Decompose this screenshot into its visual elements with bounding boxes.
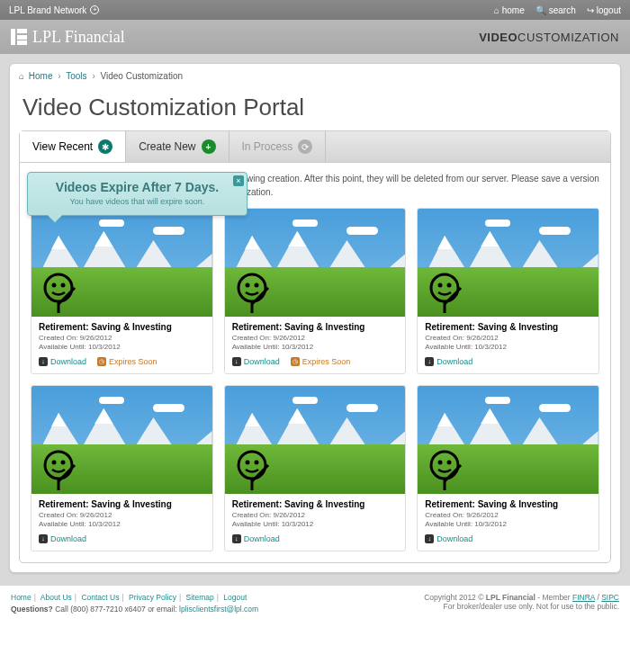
logo[interactable]: LPL Financial bbox=[11, 28, 125, 47]
download-icon: ↓ bbox=[39, 357, 48, 366]
download-button[interactable]: ↓Download bbox=[39, 534, 86, 543]
disclaimer: For broker/dealer use only. Not for use … bbox=[424, 602, 619, 611]
download-icon: ↓ bbox=[425, 534, 434, 543]
svg-point-12 bbox=[245, 283, 249, 288]
tab-view-recent[interactable]: View Recent ✱ bbox=[20, 131, 126, 162]
video-title: Retirement: Saving & Investing bbox=[39, 499, 205, 509]
video-title: Retirement: Saving & Investing bbox=[425, 499, 591, 509]
video-thumbnail[interactable] bbox=[225, 386, 406, 494]
svg-point-44 bbox=[438, 460, 443, 464]
video-title: Retirement: Saving & Investing bbox=[232, 322, 399, 332]
svg-marker-41 bbox=[437, 413, 452, 426]
footer-email[interactable]: lplisclientsfirst@lpl.com bbox=[179, 605, 258, 614]
tab-create-new[interactable]: Create New + bbox=[126, 131, 229, 162]
chevron-right-icon: › bbox=[58, 71, 60, 81]
video-title: Retirement: Saving & Investing bbox=[39, 322, 205, 332]
video-title: Retirement: Saving & Investing bbox=[232, 499, 399, 509]
plus-icon: + bbox=[90, 5, 99, 14]
download-icon: ↓ bbox=[232, 534, 241, 543]
video-meta: Created On: 9/26/2012Available Until: 10… bbox=[425, 334, 591, 353]
section-title: VIDEOCUSTOMIZATION bbox=[479, 31, 619, 44]
video-card: Retirement: Saving & Investing Created O… bbox=[224, 385, 407, 551]
video-thumbnail[interactable] bbox=[32, 209, 212, 317]
footer-about[interactable]: About Us bbox=[40, 593, 72, 602]
svg-point-35 bbox=[238, 452, 266, 479]
svg-point-5 bbox=[61, 283, 66, 288]
download-button[interactable]: ↓Download bbox=[425, 534, 472, 543]
chevron-right-icon: › bbox=[92, 71, 94, 81]
footer-left: Home| About Us| Contact Us| Privacy Poli… bbox=[11, 593, 258, 614]
video-card: Retirement: Saving & Investing Created O… bbox=[224, 208, 407, 374]
logout-link[interactable]: ↪logout bbox=[587, 5, 621, 15]
questions-label: Questions? bbox=[11, 605, 53, 614]
svg-marker-9 bbox=[245, 236, 259, 249]
breadcrumb: ⌂ Home › Tools › Video Customization bbox=[10, 64, 620, 88]
footer-privacy[interactable]: Privacy Policy bbox=[129, 593, 176, 602]
footer-logout[interactable]: Logout bbox=[223, 593, 247, 602]
tooltip-title: Videos Expire After 7 Days. bbox=[37, 180, 238, 194]
sipc-link[interactable]: SIPC bbox=[601, 593, 619, 602]
expires-badge: ◷Expires Soon bbox=[97, 357, 158, 366]
breadcrumb-current: Video Customization bbox=[101, 71, 184, 81]
plus-icon: + bbox=[202, 139, 216, 154]
svg-marker-17 bbox=[437, 236, 452, 249]
svg-marker-25 bbox=[51, 413, 66, 426]
topbar-links: ⌂home 🔍search ↪logout bbox=[494, 5, 621, 15]
clock-icon: ◷ bbox=[291, 357, 300, 366]
video-card: Retirement: Saving & Investing Created O… bbox=[31, 385, 213, 551]
tab-container: View Recent ✱ Create New + In Process ⟳ … bbox=[19, 130, 611, 563]
svg-marker-33 bbox=[245, 413, 259, 426]
video-meta: Created On: 9/26/2012Available Until: 10… bbox=[425, 511, 591, 530]
svg-point-29 bbox=[61, 460, 66, 464]
video-thumbnail[interactable] bbox=[418, 386, 598, 494]
svg-point-36 bbox=[245, 460, 249, 464]
svg-line-7 bbox=[58, 288, 75, 304]
tabs: View Recent ✱ Create New + In Process ⟳ bbox=[20, 131, 610, 163]
breadcrumb-tools[interactable]: Tools bbox=[66, 71, 86, 81]
network-switcher[interactable]: LPL Brand Network + bbox=[9, 5, 99, 15]
footer-contact[interactable]: Contact Us bbox=[81, 593, 119, 602]
svg-marker-10 bbox=[288, 231, 306, 246]
svg-line-39 bbox=[252, 465, 268, 481]
svg-point-19 bbox=[431, 274, 458, 301]
download-button[interactable]: ↓Download bbox=[425, 357, 472, 366]
video-card: Retirement: Saving & Investing Created O… bbox=[417, 208, 599, 374]
svg-marker-26 bbox=[94, 408, 112, 424]
download-icon: ↓ bbox=[425, 357, 434, 366]
svg-marker-42 bbox=[482, 408, 500, 424]
breadcrumb-home[interactable]: Home bbox=[29, 71, 53, 81]
header: LPL Financial VIDEOCUSTOMIZATION bbox=[0, 20, 630, 54]
video-thumbnail[interactable] bbox=[418, 209, 598, 317]
tab-in-process[interactable]: In Process ⟳ bbox=[230, 131, 327, 162]
footer-home[interactable]: Home bbox=[11, 593, 32, 602]
finra-link[interactable]: FINRA bbox=[572, 593, 595, 602]
tooltip-body: You have videos that will expire soon. bbox=[37, 197, 238, 206]
search-link[interactable]: 🔍search bbox=[536, 5, 576, 15]
video-meta: Created On: 9/26/2012Available Until: 10… bbox=[39, 511, 205, 530]
download-button[interactable]: ↓Download bbox=[232, 534, 280, 543]
svg-marker-2 bbox=[94, 231, 112, 246]
home-link[interactable]: ⌂home bbox=[494, 5, 525, 15]
svg-point-45 bbox=[447, 460, 452, 464]
svg-point-11 bbox=[238, 274, 266, 301]
logout-icon: ↪ bbox=[587, 5, 594, 15]
footer: Home| About Us| Contact Us| Privacy Poli… bbox=[0, 586, 630, 626]
tab-body: wing creation. After this point, they wi… bbox=[20, 163, 610, 562]
download-icon: ↓ bbox=[39, 534, 48, 543]
topbar: LPL Brand Network + ⌂home 🔍search ↪logou… bbox=[0, 0, 630, 20]
footer-sitemap[interactable]: Sitemap bbox=[186, 593, 214, 602]
video-thumbnail[interactable] bbox=[225, 209, 406, 317]
close-icon[interactable]: × bbox=[233, 175, 244, 186]
expires-badge: ◷Expires Soon bbox=[291, 357, 351, 366]
download-button[interactable]: ↓Download bbox=[39, 357, 86, 366]
svg-marker-1 bbox=[51, 236, 66, 249]
svg-line-47 bbox=[445, 465, 461, 481]
home-icon: ⌂ bbox=[19, 71, 24, 81]
svg-line-15 bbox=[252, 288, 268, 304]
video-thumbnail[interactable] bbox=[32, 386, 212, 494]
logo-text: LPL Financial bbox=[32, 28, 125, 47]
svg-line-23 bbox=[445, 288, 461, 304]
video-grid: Retirement: Saving & Investing Created O… bbox=[31, 208, 599, 551]
download-button[interactable]: ↓Download bbox=[232, 357, 280, 366]
content-area: ⌂ Home › Tools › Video Customization Vid… bbox=[0, 54, 630, 586]
